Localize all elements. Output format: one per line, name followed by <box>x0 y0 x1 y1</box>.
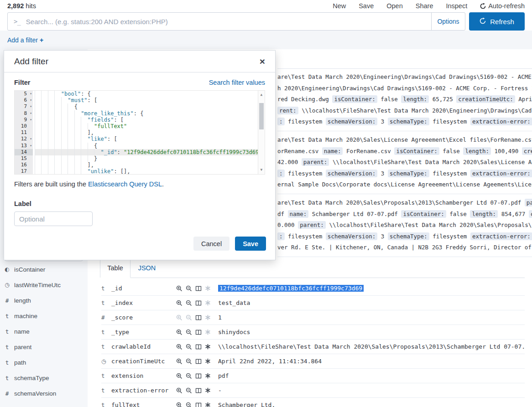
filter-for-value-icon[interactable] <box>176 300 183 306</box>
filter-out-value-icon[interactable] <box>186 387 192 394</box>
sidebar-field-schemaVersion[interactable]: #schemaVersion <box>0 386 88 401</box>
fold-caret-icon[interactable]: ▾ <box>30 136 32 142</box>
gutter-line-number[interactable]: 14 <box>15 149 33 155</box>
scrollbar-thumb[interactable] <box>259 103 264 129</box>
toggle-column-icon[interactable] <box>195 300 202 306</box>
toggle-column-icon[interactable] <box>195 387 202 394</box>
sidebar-field-name[interactable]: tname <box>0 324 88 339</box>
gutter-line-number[interactable]: 15 <box>15 155 33 162</box>
search-input[interactable] <box>26 13 431 30</box>
scroll-down-arrow-icon[interactable]: ▼ <box>258 167 265 173</box>
field-value: pdf <box>218 372 229 379</box>
gutter-line-number[interactable]: 8▾ <box>15 110 33 117</box>
document-line: 0.000 parent: \\localhost\FileShare\Test… <box>277 220 532 231</box>
toggle-column-icon[interactable] <box>195 285 202 292</box>
filter-out-value-icon[interactable] <box>186 285 192 292</box>
editor-scrollbar[interactable]: ▲ ▼ <box>258 91 265 174</box>
sidebar-field-lastWriteTimeUtc[interactable]: ◷lastWriteTimeUtc <box>0 277 88 293</box>
gutter-line-number[interactable]: 7▾ <box>15 103 33 110</box>
field-value-text: 3 <box>381 170 388 177</box>
menu-share[interactable]: Share <box>416 2 433 10</box>
fold-caret-icon[interactable]: ▾ <box>30 91 32 97</box>
sidebar-field-parent[interactable]: tparent <box>0 339 88 355</box>
filter-for-field-present-icon[interactable] <box>205 387 211 393</box>
field-value-text: h 2020\Engineering\Drawings\Cad Drawings… <box>277 85 532 92</box>
field-value-text: are\Test Data March 2020\Engineering\Dra… <box>277 73 532 80</box>
field-type-icon: t <box>4 328 10 335</box>
fold-caret-icon[interactable]: ▾ <box>30 110 32 117</box>
filter-out-value-icon[interactable] <box>186 373 192 379</box>
sidebar-field-machine[interactable]: tmachine <box>0 308 88 324</box>
field-type-icon: t <box>101 285 111 292</box>
fold-caret-icon[interactable]: ▾ <box>30 117 32 123</box>
toggle-column-icon[interactable] <box>195 358 202 365</box>
field-name: lastWriteTimeUtc <box>14 282 61 289</box>
field-type-icon: # <box>101 314 111 321</box>
gutter-line-number[interactable]: 9▾ <box>15 117 33 123</box>
field-value: 12f9de426ddefc0710118bfc36fcff1999c73d69 <box>218 285 364 292</box>
gutter-line-number[interactable]: 13▾ <box>15 143 33 149</box>
sidebar-field-path[interactable]: tpath <box>0 355 88 370</box>
document-row[interactable]: are\Test Data March 2020\Sales\License A… <box>277 131 532 194</box>
toggle-column-icon[interactable] <box>195 344 202 350</box>
filter-for-field-present-icon[interactable] <box>205 402 211 407</box>
gutter-line-number[interactable]: 12▾ <box>15 136 33 142</box>
gutter-line-number[interactable]: 16 <box>15 162 33 168</box>
top-bar: 2,892 hits New Save Open Share Inspect A… <box>0 0 532 12</box>
sidebar-field-length[interactable]: #length <box>0 293 88 308</box>
filter-out-value-icon[interactable] <box>186 358 192 365</box>
filter-for-value-icon[interactable] <box>176 329 183 335</box>
filter-out-value-icon[interactable] <box>186 402 192 407</box>
refresh-button[interactable]: Refresh <box>469 12 525 31</box>
filter-for-field-present-icon[interactable] <box>205 344 211 350</box>
filter-label-input[interactable] <box>14 211 93 226</box>
filter-for-field-present-icon[interactable] <box>205 373 211 379</box>
tab-json[interactable]: JSON <box>130 258 163 278</box>
toggle-column-icon[interactable] <box>195 314 202 321</box>
menu-new[interactable]: New <box>333 2 346 10</box>
gutter-line-number[interactable]: 6▾ <box>15 97 33 103</box>
gutter-line-number[interactable]: 17 <box>15 168 33 175</box>
filter-for-value-icon[interactable] <box>176 358 183 365</box>
filter-out-value-icon[interactable] <box>186 329 192 335</box>
filter-out-value-icon[interactable] <box>186 300 192 306</box>
gutter-line-number[interactable]: 5▾ <box>15 91 33 97</box>
sidebar-field-schemaType[interactable]: tschemaType <box>0 370 88 386</box>
field-actions <box>176 344 215 350</box>
query-dsl-editor[interactable]: 5▾6▾7▾8▾9▾101112▾13▾14151617 "bool": {"m… <box>14 90 265 175</box>
toggle-column-icon[interactable] <box>195 329 202 335</box>
filter-for-value-icon[interactable] <box>176 373 183 379</box>
fold-caret-icon[interactable]: ▾ <box>30 143 32 149</box>
doc-detail-tabs: Table JSON <box>100 258 163 278</box>
gutter-line-number[interactable]: 11 <box>15 129 33 136</box>
filter-for-field-present-icon[interactable] <box>205 358 211 364</box>
menu-inspect[interactable]: Inspect <box>446 2 467 10</box>
scroll-up-arrow-icon[interactable]: ▲ <box>258 92 265 98</box>
fold-caret-icon[interactable]: ▾ <box>30 103 32 110</box>
filter-for-value-icon[interactable] <box>176 387 183 394</box>
gutter-line-number[interactable]: 10 <box>15 123 33 129</box>
sidebar-field-isContainer[interactable]: ◐isContainer <box>0 262 88 277</box>
elasticsearch-dsl-link[interactable]: Elasticsearch Query DSL <box>88 180 162 188</box>
toggle-column-icon[interactable] <box>195 402 202 407</box>
menu-open[interactable]: Open <box>386 2 402 10</box>
cancel-button[interactable]: Cancel <box>193 237 229 251</box>
field-type-icon: t <box>4 344 10 350</box>
field-actions <box>176 402 215 407</box>
filter-for-value-icon[interactable] <box>176 344 183 350</box>
add-filter-link[interactable]: Add a filter+ <box>7 36 43 44</box>
filter-out-value-icon[interactable] <box>186 344 192 350</box>
auto-refresh-button[interactable]: Auto-refresh <box>480 2 525 10</box>
options-button[interactable]: Options <box>431 13 465 30</box>
filter-for-value-icon[interactable] <box>176 402 183 407</box>
document-row[interactable]: are\Test Data March 2020\Sales\Proposals… <box>277 194 532 257</box>
menu-save[interactable]: Save <box>359 2 374 10</box>
fold-caret-icon[interactable]: ▾ <box>30 97 32 103</box>
save-button[interactable]: Save <box>235 237 266 251</box>
search-filter-values-link[interactable]: Search filter values <box>209 79 265 86</box>
document-row[interactable]: are\Test Data March 2020\Engineering\Dra… <box>277 68 532 131</box>
tab-table[interactable]: Table <box>100 258 130 278</box>
close-icon[interactable]: × <box>260 57 265 66</box>
toggle-column-icon[interactable] <box>195 373 202 379</box>
filter-for-value-icon[interactable] <box>176 285 183 292</box>
